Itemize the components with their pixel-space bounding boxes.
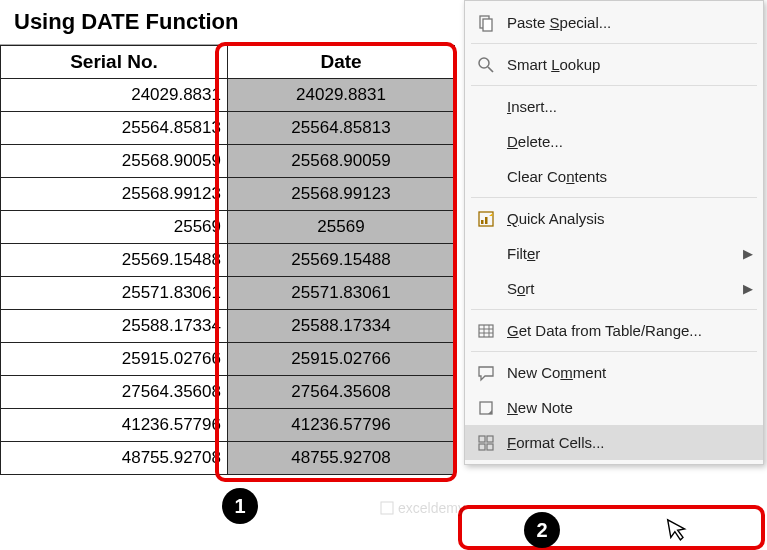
serial-cell[interactable]: 25569.15488: [1, 244, 228, 277]
svg-rect-5: [481, 220, 484, 224]
menu-label: Clear Contents: [507, 168, 753, 185]
menu-sort[interactable]: Sort ▶: [465, 271, 763, 306]
svg-rect-7: [479, 325, 493, 337]
menu-quick-analysis[interactable]: Quick Analysis: [465, 201, 763, 236]
table-row: 24029.883124029.8831: [1, 79, 455, 112]
table-row: 2556925569: [1, 211, 455, 244]
data-grid: Serial No. Date 24029.883124029.8831 255…: [0, 45, 455, 475]
watermark: exceldemy: [380, 500, 465, 516]
serial-cell[interactable]: 27564.35608: [1, 376, 228, 409]
serial-cell[interactable]: 25568.90059: [1, 145, 228, 178]
format-cells-icon: [475, 432, 497, 454]
date-cell[interactable]: 48755.92708: [228, 442, 455, 475]
separator: [471, 43, 757, 44]
menu-new-note[interactable]: New Note: [465, 390, 763, 425]
menu-clear-contents[interactable]: Clear Contents: [465, 159, 763, 194]
col-serial-header: Serial No.: [1, 46, 228, 79]
menu-label: Get Data from Table/Range...: [507, 322, 753, 339]
table-row: 25588.1733425588.17334: [1, 310, 455, 343]
menu-label: Format Cells...: [507, 434, 753, 451]
serial-cell[interactable]: 25571.83061: [1, 277, 228, 310]
date-cell[interactable]: 25568.99123: [228, 178, 455, 211]
menu-label: New Comment: [507, 364, 753, 381]
svg-rect-6: [485, 217, 488, 224]
table-row: 25915.0276625915.02766: [1, 343, 455, 376]
blank-icon: [475, 131, 497, 153]
menu-format-cells[interactable]: Format Cells...: [465, 425, 763, 460]
date-cell[interactable]: 25569.15488: [228, 244, 455, 277]
serial-cell[interactable]: 25588.17334: [1, 310, 228, 343]
table-row: 27564.3560827564.35608: [1, 376, 455, 409]
chevron-right-icon: ▶: [743, 281, 753, 296]
page-title-bar: Using DATE Function: [0, 0, 435, 45]
table-row: 25568.9005925568.90059: [1, 145, 455, 178]
menu-label: Insert...: [507, 98, 753, 115]
context-menu: Paste Special... Smart Lookup Insert... …: [464, 0, 764, 465]
menu-label: Filter: [507, 245, 733, 262]
menu-label: Delete...: [507, 133, 753, 150]
chevron-right-icon: ▶: [743, 246, 753, 261]
table-row: 25568.9912325568.99123: [1, 178, 455, 211]
table-row: 25571.8306125571.83061: [1, 277, 455, 310]
svg-rect-17: [381, 502, 393, 514]
menu-label: Sort: [507, 280, 733, 297]
menu-smart-lookup[interactable]: Smart Lookup: [465, 47, 763, 82]
svg-rect-14: [487, 436, 493, 442]
menu-paste-special[interactable]: Paste Special...: [465, 5, 763, 40]
blank-icon: [475, 243, 497, 265]
svg-rect-16: [487, 444, 493, 450]
blank-icon: [475, 96, 497, 118]
separator: [471, 351, 757, 352]
serial-cell[interactable]: 24029.8831: [1, 79, 228, 112]
blank-icon: [475, 166, 497, 188]
serial-cell[interactable]: 41236.57796: [1, 409, 228, 442]
date-cell[interactable]: 25569: [228, 211, 455, 244]
note-icon: [475, 397, 497, 419]
date-cell[interactable]: 27564.35608: [228, 376, 455, 409]
col-date-header: Date: [228, 46, 455, 79]
table-row: 41236.5779641236.57796: [1, 409, 455, 442]
table-header-row: Serial No. Date: [1, 46, 455, 79]
separator: [471, 197, 757, 198]
svg-point-2: [479, 58, 489, 68]
serial-cell[interactable]: 25569: [1, 211, 228, 244]
cursor-icon: [665, 514, 692, 549]
menu-label: Smart Lookup: [507, 56, 753, 73]
menu-label: Quick Analysis: [507, 210, 753, 227]
menu-new-comment[interactable]: New Comment: [465, 355, 763, 390]
date-cell[interactable]: 24029.8831: [228, 79, 455, 112]
table-row: 48755.9270848755.92708: [1, 442, 455, 475]
date-cell[interactable]: 25588.17334: [228, 310, 455, 343]
date-cell[interactable]: 25564.85813: [228, 112, 455, 145]
comment-icon: [475, 362, 497, 384]
menu-get-data[interactable]: Get Data from Table/Range...: [465, 313, 763, 348]
paste-icon: [475, 12, 497, 34]
menu-filter[interactable]: Filter ▶: [465, 236, 763, 271]
date-cell[interactable]: 25915.02766: [228, 343, 455, 376]
menu-label: Paste Special...: [507, 14, 753, 31]
menu-insert[interactable]: Insert...: [465, 89, 763, 124]
menu-delete[interactable]: Delete...: [465, 124, 763, 159]
separator: [471, 309, 757, 310]
page-title: Using DATE Function: [14, 9, 238, 35]
serial-cell[interactable]: 25568.99123: [1, 178, 228, 211]
date-cell[interactable]: 25571.83061: [228, 277, 455, 310]
svg-line-3: [488, 67, 493, 72]
blank-icon: [475, 278, 497, 300]
table-row: 25564.8581325564.85813: [1, 112, 455, 145]
watermark-text: exceldemy: [398, 500, 465, 516]
quick-analysis-icon: [475, 208, 497, 230]
svg-rect-15: [479, 444, 485, 450]
table-icon: [475, 320, 497, 342]
svg-rect-1: [483, 19, 492, 31]
date-cell[interactable]: 41236.57796: [228, 409, 455, 442]
callout-badge-1: 1: [222, 488, 258, 524]
highlight-format-cells: [458, 505, 765, 550]
serial-cell[interactable]: 25564.85813: [1, 112, 228, 145]
date-cell[interactable]: 25568.90059: [228, 145, 455, 178]
search-icon: [475, 54, 497, 76]
svg-rect-13: [479, 436, 485, 442]
separator: [471, 85, 757, 86]
serial-cell[interactable]: 48755.92708: [1, 442, 228, 475]
serial-cell[interactable]: 25915.02766: [1, 343, 228, 376]
